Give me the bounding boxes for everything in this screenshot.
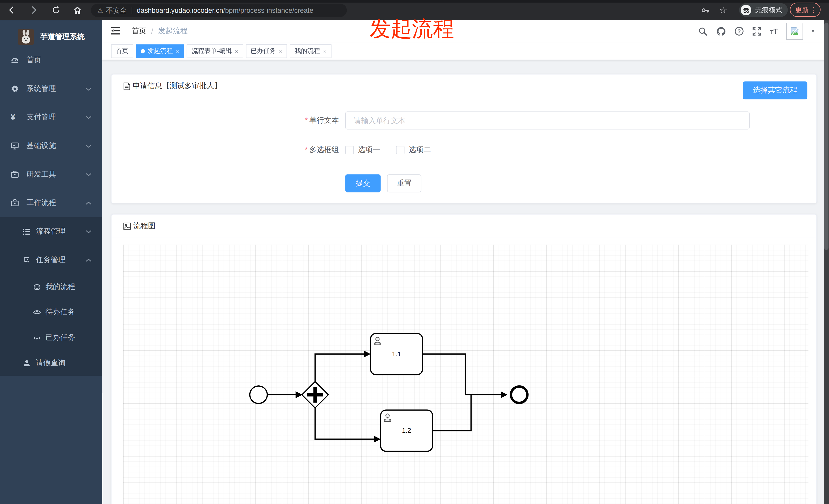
tab-start-process[interactable]: 发起流程 ×: [136, 44, 184, 58]
key-icon[interactable]: [699, 4, 712, 16]
update-button[interactable]: 更新 ⋮: [790, 3, 821, 17]
sidebar-item-done-tasks[interactable]: 已办任务: [0, 325, 102, 350]
sidebar-item-payment[interactable]: ¥ 支付管理: [0, 103, 102, 131]
card-title-text: 申请信息【测试多审批人】: [133, 81, 221, 91]
reload-icon[interactable]: [49, 4, 62, 16]
forward-icon[interactable]: [28, 4, 40, 16]
task-label: 1.2: [402, 427, 411, 434]
home-icon[interactable]: [71, 4, 84, 16]
font-size-icon[interactable]: TT: [770, 27, 778, 35]
avatar-caret-icon[interactable]: ▾: [812, 29, 814, 34]
github-icon[interactable]: [716, 26, 726, 36]
toolbox-icon: [10, 199, 19, 207]
scrollbar-thumb[interactable]: [824, 23, 828, 250]
bpmn-parallel-gateway[interactable]: [302, 382, 328, 408]
flow-task2-to-merge: [432, 395, 471, 431]
broken-image-icon: [791, 27, 799, 35]
tab-done-tasks[interactable]: 已办任务 ×: [246, 44, 287, 58]
sidebar-item-infra[interactable]: 基础设施: [0, 131, 102, 160]
bpmn-user-task-1-1[interactable]: 1.1: [370, 334, 423, 375]
flow-gateway-to-task2: [315, 408, 374, 439]
sidebar-item-home[interactable]: 首页: [0, 46, 102, 75]
checkbox-option-1[interactable]: 选项一: [345, 146, 380, 155]
sidebar-item-leave-query[interactable]: 请假查询: [0, 350, 102, 376]
bpmn-start-event[interactable]: [250, 386, 267, 403]
tab-home[interactable]: 首页: [111, 44, 133, 58]
sidebar-collapse-icon[interactable]: [111, 26, 120, 37]
tab-form-edit[interactable]: 流程表单-编辑 ×: [187, 44, 243, 58]
checkbox-option-2[interactable]: 选项二: [396, 146, 431, 155]
single-line-text-input[interactable]: [345, 111, 750, 129]
chevron-down-icon: [86, 116, 92, 119]
sidebar-item-devtools[interactable]: 研发工具: [0, 160, 102, 189]
logo-avatar: [18, 29, 34, 45]
sidebar-item-label: 工作流程: [26, 198, 56, 207]
reset-button[interactable]: 重置: [387, 174, 421, 192]
sidebar-item-todo-tasks[interactable]: 待办任务: [0, 300, 102, 325]
choose-other-process-button[interactable]: 选择其它流程: [743, 81, 807, 99]
sidebar-item-my-process[interactable]: 我的流程: [0, 274, 102, 300]
help-icon[interactable]: ?: [734, 26, 744, 36]
submit-button[interactable]: 提交: [345, 174, 381, 192]
chevron-up-icon: [86, 258, 92, 262]
tab-my-process[interactable]: 我的流程 ×: [290, 44, 331, 58]
field-label-text-input: *单行文本: [111, 116, 339, 125]
checkbox-group: 选项一 选项二: [345, 146, 431, 155]
breadcrumb-home[interactable]: 首页: [132, 26, 146, 36]
sidebar-item-label: 基础设施: [26, 141, 56, 151]
browser-menu-icon[interactable]: ⋮: [810, 6, 817, 14]
card-title: 申请信息【测试多审批人】: [123, 81, 222, 91]
chevron-down-icon: [86, 87, 92, 90]
bpmn-canvas[interactable]: 1.1 1.2: [123, 244, 808, 504]
search-icon[interactable]: [698, 26, 708, 36]
flow-task1-to-merge: [423, 354, 465, 394]
picture-icon: [123, 222, 131, 230]
close-icon[interactable]: ×: [323, 48, 327, 54]
sidebar-item-label: 研发工具: [26, 170, 56, 179]
sidebar-item-process-mgmt[interactable]: 流程管理: [0, 217, 102, 246]
user-avatar[interactable]: [786, 23, 803, 40]
list-icon: [23, 228, 31, 235]
tab-label: 发起流程: [148, 46, 173, 55]
tab-label: 首页: [116, 46, 129, 55]
bpmn-end-event[interactable]: [511, 386, 527, 403]
sidebar-item-label: 支付管理: [26, 112, 56, 122]
tab-label: 我的流程: [295, 46, 320, 55]
update-label: 更新: [795, 5, 809, 14]
back-icon[interactable]: [5, 4, 18, 16]
eye-closed-icon: [33, 334, 41, 342]
close-icon[interactable]: ×: [279, 48, 282, 54]
address-divider: [132, 7, 132, 14]
fullscreen-icon[interactable]: [752, 26, 762, 36]
sidebar: 芋道管理系统 首页 系统管理 ¥ 支付管理 基础设施 研发工具: [0, 20, 102, 504]
sidebar-item-label: 请假查询: [36, 358, 66, 368]
sidebar-item-system[interactable]: 系统管理: [0, 75, 102, 103]
close-icon[interactable]: ×: [235, 48, 238, 54]
checkbox-icon[interactable]: [396, 146, 404, 154]
sidebar-item-task-mgmt[interactable]: 任务管理: [0, 245, 102, 274]
url-domain: dashboard.yudao.iocoder.cn: [137, 6, 223, 14]
bpmn-user-task-1-2[interactable]: 1.2: [381, 410, 433, 451]
bookmark-star-icon[interactable]: ☆: [717, 4, 730, 16]
page-scrollbar[interactable]: [824, 20, 829, 504]
arrowhead: [364, 351, 371, 357]
document-icon: [123, 82, 131, 90]
chevron-up-icon: [86, 201, 92, 205]
card-title-text: 流程图: [133, 221, 155, 231]
user-icon: [23, 359, 31, 367]
arrowhead: [374, 436, 381, 443]
sidebar-item-workflow[interactable]: 工作流程: [0, 189, 102, 217]
tab-label: 流程表单-编辑: [191, 46, 232, 55]
chevron-down-icon: [86, 172, 92, 176]
apply-info-card: 申请信息【测试多审批人】 选择其它流程 *单行文本 *多选框组 选项一 选项二: [111, 74, 817, 203]
yen-icon: ¥: [10, 113, 15, 121]
sidebar-item-label: 任务管理: [36, 255, 66, 265]
sidebar-logo[interactable]: 芋道管理系统: [0, 25, 102, 48]
close-icon[interactable]: ×: [176, 48, 180, 54]
dashboard-icon: [10, 56, 19, 65]
sidebar-item-label: 我的流程: [45, 282, 75, 292]
security-label[interactable]: 不安全: [106, 6, 127, 15]
checkbox-icon[interactable]: [345, 146, 354, 154]
monitor-icon: [10, 142, 19, 150]
address-bar[interactable]: ⚠ 不安全 dashboard.yudao.iocoder.cn/bpm/pro…: [91, 4, 347, 17]
